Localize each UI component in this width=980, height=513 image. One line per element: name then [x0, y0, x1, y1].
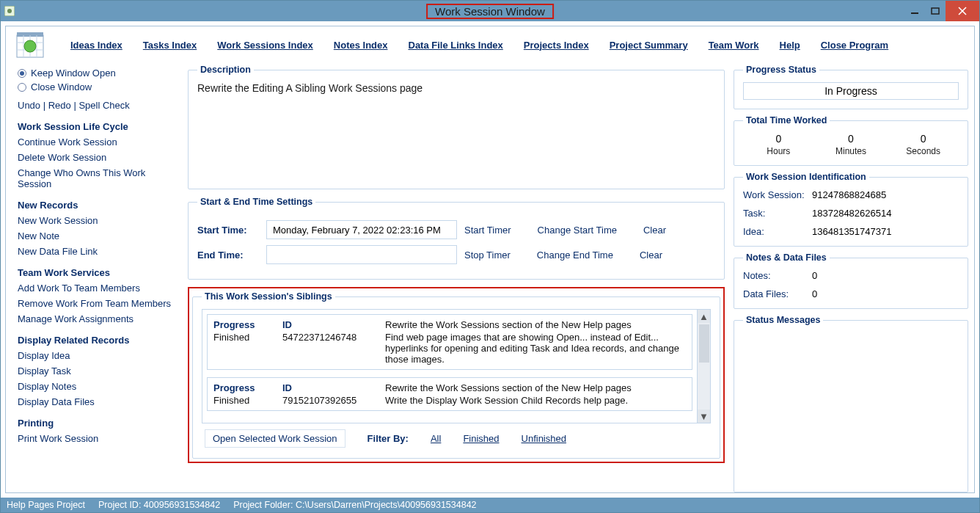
section-life-cycle: Work Session Life Cycle — [18, 121, 179, 132]
inner-border: Ideas Index Tasks Index Work Sessions In… — [5, 26, 975, 493]
notes-data-files-legend: Notes & Data Files — [743, 252, 830, 263]
menu-projects-index[interactable]: Projects Index — [524, 40, 589, 51]
status-project-folder: Project Folder: C:\Users\Darren\Projects… — [233, 500, 476, 510]
minimize-button[interactable] — [904, 1, 925, 21]
filter-by-label: Filter By: — [368, 433, 409, 444]
time-settings-legend: Start & End Time Settings — [197, 197, 315, 207]
progress-status-legend: Progress Status — [743, 65, 819, 75]
window-controls — [904, 1, 979, 21]
sibling-progress: Finished — [213, 395, 282, 406]
top-menu: Ideas Index Tasks Index Work Sessions In… — [6, 26, 974, 65]
window-frame: Work Session Window — [0, 0, 980, 513]
clear-end-time-link[interactable]: Clear — [640, 250, 662, 261]
link-manage-assignments[interactable]: Manage Work Assignments — [18, 313, 179, 324]
menu-close-program[interactable]: Close Program — [821, 40, 888, 51]
total-time-worked-legend: Total Time Worked — [743, 115, 830, 125]
redo-link[interactable]: Redo — [48, 100, 71, 111]
link-new-note[interactable]: New Note — [18, 230, 179, 241]
section-team-work: Team Work Services — [18, 267, 179, 278]
scroll-down-icon[interactable]: ▼ — [698, 410, 710, 423]
change-end-time-link[interactable]: Change End Time — [537, 250, 613, 261]
link-change-owner[interactable]: Change Who Owns This Work Session — [18, 167, 179, 189]
siblings-legend: This Work Session's Siblings — [202, 291, 335, 302]
radio-label: Close Window — [31, 81, 92, 92]
link-print-work-session[interactable]: Print Work Session — [18, 433, 179, 444]
edit-toolbar: Undo | Redo | Spell Check — [18, 100, 179, 111]
link-delete-work-session[interactable]: Delete Work Session — [18, 152, 179, 163]
sibling-progress: Finished — [213, 332, 282, 365]
radio-close-window[interactable]: Close Window — [18, 81, 179, 92]
description-text[interactable]: Rewrite the Editing A Sibling Work Sessi… — [197, 82, 715, 94]
menu-team-work[interactable]: Team Work — [709, 40, 759, 51]
notes-value: 0 — [812, 270, 959, 281]
status-project-name: Help Pages Project — [7, 500, 85, 510]
start-time-input[interactable]: Monday, February 7, 2022 02:23:16 PM — [266, 220, 457, 239]
status-messages-box: Status Messages — [734, 315, 968, 492]
client-area: Ideas Index Tasks Index Work Sessions In… — [1, 21, 979, 498]
clear-start-time-link[interactable]: Clear — [643, 225, 666, 236]
hours-label: Hours — [743, 146, 814, 156]
scroll-up-icon[interactable]: ▲ — [698, 310, 710, 323]
section-new-records: New Records — [18, 200, 179, 211]
sibling-id: 79152107392655 — [282, 395, 385, 406]
filter-all[interactable]: All — [431, 433, 441, 444]
link-remove-work-team[interactable]: Remove Work From Team Members — [18, 298, 179, 309]
progress-status-value: In Progress — [743, 82, 959, 100]
ws-identification-box: Work Session Identification Work Session… — [734, 172, 968, 247]
link-new-data-file[interactable]: New Data File Link — [18, 246, 179, 257]
radio-icon — [18, 83, 26, 92]
menu-notes-index[interactable]: Notes Index — [334, 40, 388, 51]
total-time-worked-box: Total Time Worked 0 0 0 Hours Minutes Se… — [734, 115, 968, 166]
svg-point-13 — [24, 40, 36, 52]
time-settings-box: Start & End Time Settings Start Time: Mo… — [188, 197, 725, 280]
notes-label: Notes: — [743, 270, 812, 281]
filter-unfinished[interactable]: Unfinished — [522, 433, 566, 444]
link-display-task[interactable]: Display Task — [18, 365, 179, 376]
seconds-value: 0 — [888, 133, 959, 145]
menu-tasks-index[interactable]: Tasks Index — [143, 40, 197, 51]
sibling-detail: Find web page images that are showing Op… — [385, 332, 686, 365]
sibling-title: Rewrite the Work Sessions section of the… — [385, 319, 686, 330]
menu-data-file-links-index[interactable]: Data File Links Index — [409, 40, 503, 51]
menu-ideas-index[interactable]: Ideas Index — [70, 40, 122, 51]
sibling-row[interactable]: Progress ID Rewrite the Work Sessions se… — [207, 377, 692, 411]
seconds-label: Seconds — [888, 146, 959, 156]
menu-project-summary[interactable]: Project Summary — [610, 40, 688, 51]
col-id: ID — [282, 382, 385, 393]
filter-finished[interactable]: Finished — [463, 433, 499, 444]
link-add-work-team[interactable]: Add Work To Team Members — [18, 283, 179, 294]
end-time-label: End Time: — [197, 250, 259, 261]
progress-status-box: Progress Status In Progress — [734, 65, 968, 109]
start-timer-link[interactable]: Start Timer — [464, 225, 511, 236]
siblings-scrollbar[interactable]: ▲ ▼ — [697, 310, 710, 423]
menu-work-sessions-index[interactable]: Work Sessions Index — [217, 40, 313, 51]
menu-help[interactable]: Help — [780, 40, 800, 51]
radio-label: Keep Window Open — [31, 68, 116, 79]
end-time-input[interactable] — [266, 245, 457, 264]
change-start-time-link[interactable]: Change Start Time — [538, 225, 617, 236]
description-box: Description Rewrite the Editing A Siblin… — [188, 65, 725, 189]
minutes-label: Minutes — [816, 146, 887, 156]
scroll-thumb[interactable] — [699, 324, 709, 363]
open-selected-button[interactable]: Open Selected Work Session — [205, 429, 345, 448]
start-time-label: Start Time: — [197, 225, 259, 236]
maximize-button[interactable] — [925, 1, 946, 21]
radio-keep-open[interactable]: Keep Window Open — [18, 68, 179, 79]
close-button[interactable] — [946, 1, 979, 21]
task-label: Task: — [743, 208, 812, 219]
sibling-row[interactable]: Progress ID Rewrite the Work Sessions se… — [207, 314, 692, 370]
section-printing: Printing — [18, 418, 179, 429]
link-display-notes[interactable]: Display Notes — [18, 381, 179, 392]
description-legend: Description — [197, 65, 254, 75]
col-progress: Progress — [213, 382, 282, 393]
spellcheck-link[interactable]: Spell Check — [78, 100, 129, 111]
link-continue-work-session[interactable]: Continue Work Session — [18, 137, 179, 148]
idea-value: 136481351747371 — [812, 226, 959, 237]
stop-timer-link[interactable]: Stop Timer — [464, 250, 511, 261]
link-display-idea[interactable]: Display Idea — [18, 350, 179, 361]
link-display-datafiles[interactable]: Display Data Files — [18, 396, 179, 407]
undo-link[interactable]: Undo — [18, 100, 40, 111]
section-display-related: Display Related Records — [18, 335, 179, 346]
link-new-work-session[interactable]: New Work Session — [18, 215, 179, 226]
app-icon — [4, 5, 15, 17]
